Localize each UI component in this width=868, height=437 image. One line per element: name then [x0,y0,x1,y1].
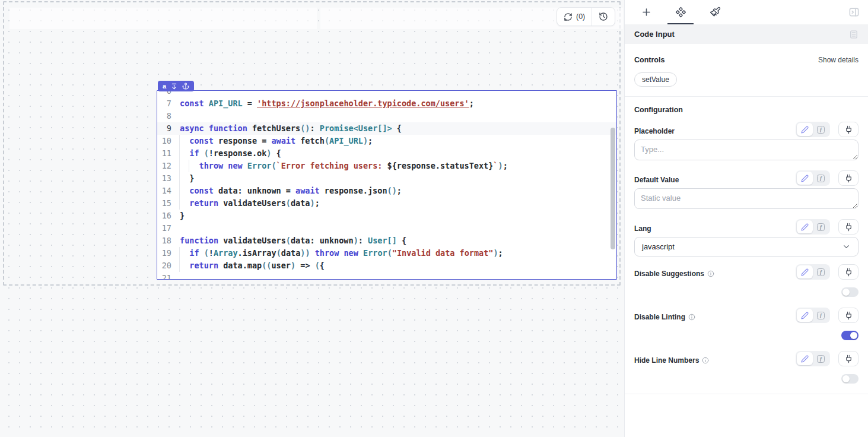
fx-icon: f [817,312,825,319]
inspector-panel: Code Input Controls Show details setValu… [624,0,868,437]
code-input-widget[interactable]: a 67const API_URL = 'https://jsonplaceho… [157,90,617,280]
default-value-input[interactable] [634,188,859,209]
static-mode-button[interactable] [797,265,813,278]
widget-title: Code Input [634,30,675,39]
value-mode-switch: f [796,264,830,280]
plug-icon [844,174,853,183]
pencil-icon [801,175,809,182]
plug-icon [844,311,853,320]
plug-icon [844,223,853,232]
field-disable-suggestions: Disable Suggestions f [634,264,859,297]
value-mode-switch: f [796,170,830,186]
code-editor[interactable]: 67const API_URL = 'https://jsonplacehold… [157,91,616,279]
field-label: Hide Line Numbers [634,356,699,365]
plug-icon [844,354,853,363]
fx-icon: f [817,355,825,363]
field-label: Default Value [634,176,679,186]
info-icon [707,270,714,277]
field-default-value: Default Value f [634,170,859,211]
pencil-icon [801,223,809,231]
widget-tag[interactable]: a [158,81,194,91]
history-icon [599,12,608,21]
section-divider [625,96,868,97]
static-mode-button[interactable] [797,309,813,322]
fx-mode-button[interactable]: f [813,123,829,136]
canvas-toolbar: (0) [557,7,615,26]
fx-mode-button[interactable]: f [813,352,829,365]
plug-icon [844,268,853,277]
inspector-tabs [625,0,868,24]
bind-data-button[interactable] [838,122,859,137]
tab-styles[interactable] [700,0,730,24]
info-icon [702,357,709,364]
fx-icon: f [817,268,825,276]
arrow-down-from-bar-icon[interactable] [171,83,177,90]
field-label: Placeholder [634,127,675,137]
fx-mode-button[interactable]: f [813,172,829,185]
bind-data-button[interactable] [838,219,859,235]
static-mode-button[interactable] [797,172,813,185]
history-button[interactable] [592,8,615,26]
section-divider [625,394,868,394]
collapse-panel-icon[interactable] [846,4,862,20]
anchor-icon[interactable] [182,83,189,90]
fx-mode-button[interactable]: f [813,265,829,278]
fx-mode-button[interactable]: f [813,220,829,233]
app-root: (0) a 67const API_URL = 'https://json [0,0,868,437]
value-mode-switch: f [796,122,830,137]
info-icon [688,314,695,321]
field-placeholder: Placeholder f [634,121,859,163]
refresh-count: (0) [576,12,585,21]
static-mode-button[interactable] [797,123,813,136]
static-mode-button[interactable] [797,220,813,233]
panel-header: Code Input [625,24,868,44]
canvas[interactable]: (0) a 67const API_URL = 'https://json [0,0,624,437]
value-mode-switch: f [796,308,830,323]
disable-linting-toggle[interactable] [841,331,859,340]
lang-select[interactable]: javascript [634,237,859,256]
chevron-down-icon [842,242,851,251]
field-label: Disable Suggestions [634,270,704,278]
refresh-icon [564,12,573,21]
lang-select-value: javascript [642,242,675,251]
placeholder-input[interactable] [634,140,859,160]
field-hide-line-numbers: Hide Line Numbers f [634,350,859,384]
bind-data-button[interactable] [838,351,859,366]
value-mode-switch: f [796,219,830,235]
bind-data-button[interactable] [838,308,859,323]
hide-line-numbers-toggle[interactable] [841,374,859,384]
field-label: Lang [634,224,651,235]
fx-mode-button[interactable]: f [813,309,829,322]
pencil-icon [801,268,809,276]
panel-body: Controls Show details setValue Configura… [625,44,868,394]
setvalue-control-button[interactable]: setValue [634,72,677,87]
bind-data-button[interactable] [838,170,859,186]
disable-suggestions-toggle[interactable] [841,287,859,297]
tab-add[interactable] [631,0,662,24]
controls-section-title: Controls [634,56,664,64]
show-details-link[interactable]: Show details [818,56,859,64]
refresh-queries-button[interactable]: (0) [557,8,592,26]
bind-data-button[interactable] [838,264,859,280]
pencil-icon [801,126,809,134]
code-lines: 67const API_URL = 'https://jsonplacehold… [157,91,616,279]
value-mode-switch: f [796,351,830,366]
docs-icon[interactable] [849,30,859,39]
widget-name-label: a [163,83,166,90]
fx-icon: f [817,126,825,134]
field-lang: Lang f javascript [634,218,859,256]
editor-scrollbar[interactable] [611,128,615,249]
fx-icon: f [817,223,825,231]
tab-components[interactable] [665,0,696,24]
fx-icon: f [817,175,825,182]
plug-icon [844,125,853,134]
field-disable-linting: Disable Linting f [634,307,859,340]
pencil-icon [801,355,809,363]
configuration-section-title: Configuration [634,106,859,114]
field-label: Disable Linting [634,313,685,321]
pencil-icon [801,312,809,319]
static-mode-button[interactable] [797,352,813,365]
header-placeholder-left [9,8,317,29]
